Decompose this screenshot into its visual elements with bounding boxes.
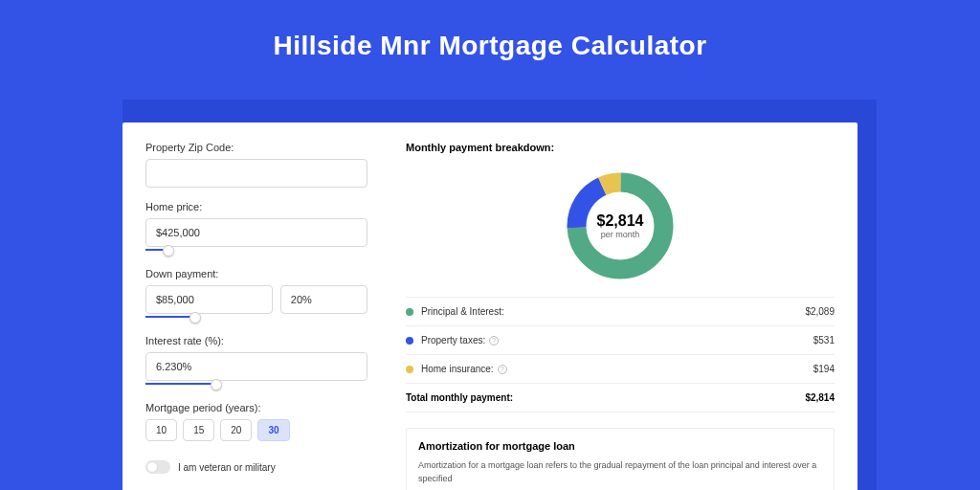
home-price-slider[interactable] — [145, 245, 368, 255]
donut-sub: per month — [601, 230, 640, 239]
amortization-title: Amortization for mortgage loan — [418, 440, 822, 452]
down-payment-pct-input[interactable] — [280, 285, 368, 314]
home-price-input[interactable] — [145, 218, 368, 247]
period-btn-30[interactable]: 30 — [257, 419, 289, 441]
zip-field-block: Property Zip Code: — [145, 142, 368, 188]
amortization-text: Amortization for a mortgage loan refers … — [418, 459, 822, 485]
interest-label: Interest rate (%): — [145, 335, 368, 346]
total-value: $2,814 — [805, 392, 835, 403]
period-label: Mortgage period (years): — [145, 402, 368, 413]
total-label: Total monthly payment: — [406, 392, 805, 403]
info-icon[interactable]: ? — [498, 365, 507, 374]
down-payment-slider[interactable] — [145, 312, 368, 322]
legend-row-total: Total monthly payment: $2,814 — [406, 384, 835, 412]
donut-amount: $2,814 — [597, 212, 644, 230]
calculator-card: Property Zip Code: Home price: Down paym… — [122, 122, 858, 490]
donut-wrap: $2,814 per month — [406, 163, 835, 297]
interest-slider[interactable] — [145, 379, 368, 389]
info-icon[interactable]: ? — [489, 336, 499, 345]
down-payment-label: Down payment: — [145, 268, 368, 279]
down-payment-block: Down payment: — [145, 268, 368, 322]
legend-value: $531 — [813, 335, 835, 345]
breakdown-header: Monthly payment breakdown: — [406, 142, 835, 153]
interest-input[interactable] — [145, 352, 368, 381]
veteran-toggle-row: I am veteran or military — [145, 460, 368, 474]
legend-section: Principal & Interest: $2,089 Property ta… — [406, 297, 835, 412]
zip-input[interactable] — [145, 159, 368, 188]
legend-dot-icon — [406, 337, 413, 345]
form-column: Property Zip Code: Home price: Down paym… — [122, 122, 390, 490]
slider-thumb[interactable] — [163, 245, 174, 256]
amortization-box: Amortization for mortgage loan Amortizat… — [406, 428, 835, 490]
veteran-toggle[interactable] — [145, 460, 170, 474]
legend-label: Property taxes: ? — [421, 335, 813, 345]
legend-label: Home insurance: ? — [421, 364, 813, 374]
interest-block: Interest rate (%): — [145, 335, 368, 389]
breakdown-column: Monthly payment breakdown: $2,814 per mo… — [390, 122, 858, 490]
home-price-block: Home price: — [145, 201, 368, 255]
veteran-label: I am veteran or military — [178, 462, 276, 473]
legend-row-insurance: Home insurance: ? $194 — [406, 355, 835, 384]
slider-thumb[interactable] — [211, 379, 222, 390]
down-payment-amount-input[interactable] — [145, 285, 273, 314]
page-title: Hillside Mnr Mortgage Calculator — [0, 0, 980, 84]
legend-row-taxes: Property taxes: ? $531 — [406, 326, 835, 355]
legend-dot-icon — [406, 366, 413, 373]
slider-thumb[interactable] — [189, 312, 201, 323]
toggle-knob — [146, 461, 158, 473]
legend-label: Principal & Interest: — [421, 306, 805, 317]
home-price-label: Home price: — [145, 201, 368, 212]
period-buttons: 10 15 20 30 — [145, 419, 368, 441]
legend-dot-icon — [406, 308, 413, 316]
legend-value: $2,089 — [805, 306, 835, 317]
legend-row-principal: Principal & Interest: $2,089 — [406, 298, 835, 326]
payment-donut-chart: $2,814 per month — [563, 168, 678, 283]
donut-center: $2,814 per month — [563, 168, 678, 283]
period-btn-15[interactable]: 15 — [183, 419, 214, 441]
zip-label: Property Zip Code: — [145, 142, 368, 153]
period-btn-20[interactable]: 20 — [220, 419, 252, 441]
legend-value: $194 — [813, 364, 835, 374]
period-block: Mortgage period (years): 10 15 20 30 — [145, 402, 368, 441]
period-btn-10[interactable]: 10 — [145, 419, 177, 441]
